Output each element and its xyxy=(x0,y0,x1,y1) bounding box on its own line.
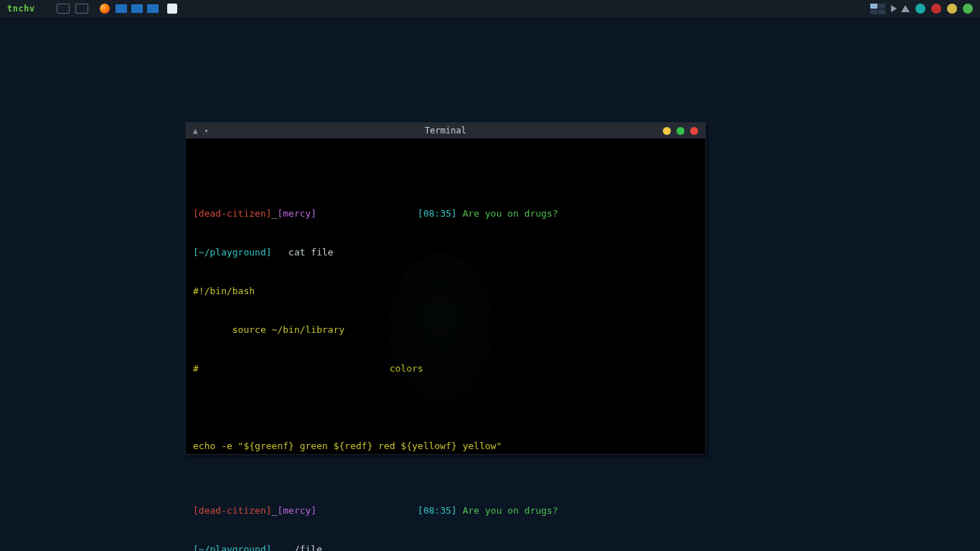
taskbar-window-button-1[interactable] xyxy=(57,4,70,14)
tray-indicator-teal[interactable] xyxy=(915,4,925,14)
command-line: [~/playground] cat file xyxy=(193,246,698,259)
window-controls xyxy=(663,127,698,135)
tray-indicator-yellow[interactable] xyxy=(947,4,957,14)
file-shebang: #!/bin/bash xyxy=(193,285,698,298)
network-icon[interactable] xyxy=(901,5,910,12)
terminal-content[interactable]: [dead-citizen]_[mercy] [08:35] Are you o… xyxy=(186,138,705,454)
file-colors: # colors xyxy=(193,362,698,375)
tray-indicator-green[interactable] xyxy=(963,4,973,14)
minimize-button[interactable] xyxy=(663,127,671,135)
taskbar-app-1[interactable] xyxy=(116,4,127,13)
system-tray xyxy=(870,4,980,14)
taskbar-window-button-2[interactable] xyxy=(75,4,88,14)
maximize-button[interactable] xyxy=(677,127,684,135)
blank-line xyxy=(193,401,698,414)
brand-label: tnchv xyxy=(7,4,35,14)
file-echo: echo -e "${greenf} green ${redf} red ${y… xyxy=(193,440,698,453)
taskbar-app-editor[interactable] xyxy=(167,4,177,14)
window-menu-icon[interactable]: ▲ ▾ xyxy=(193,126,209,136)
window-title: Terminal xyxy=(186,126,705,136)
tray-indicator-red[interactable] xyxy=(931,4,941,14)
terminal-window[interactable]: ▲ ▾ Terminal [dead-citizen]_[mercy] [08:… xyxy=(185,122,706,455)
terminal-titlebar[interactable]: ▲ ▾ Terminal xyxy=(186,123,705,138)
volume-icon[interactable] xyxy=(891,5,897,12)
file-source: source ~/bin/library xyxy=(193,324,698,336)
taskbar-app-3[interactable] xyxy=(147,4,159,13)
workspace-switcher[interactable] xyxy=(870,4,885,14)
firefox-icon[interactable] xyxy=(100,4,110,14)
top-panel: tnchv xyxy=(0,0,980,17)
close-button[interactable] xyxy=(690,127,698,135)
taskbar-app-2[interactable] xyxy=(131,4,143,13)
prompt-line: [dead-citizen]_[mercy] [08:35] Are you o… xyxy=(193,504,698,517)
prompt-line: [dead-citizen]_[mercy] [08:35] Are you o… xyxy=(193,207,698,220)
command-line: [~/playground] ./file xyxy=(193,543,698,551)
